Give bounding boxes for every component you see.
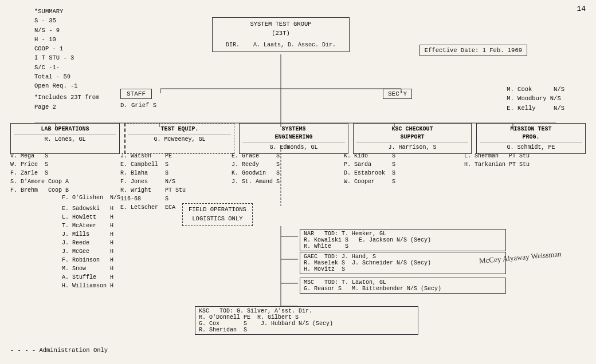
org-box-mission: MISSION TESTPROG. G. Schmidt, PE <box>476 123 586 154</box>
test-m3: R. Blaha S <box>120 169 186 177</box>
summary-block: *SUMMARY S - 35 N/S - 9 H - 10 COOP - 1 … <box>34 7 99 112</box>
lab-m4: S. D'Amore Coop A <box>10 177 69 186</box>
ksc-m1: K. Kido S <box>344 152 395 160</box>
gaec-m1: R. Maselek S J. Schneider N/S (Secy) <box>304 260 502 266</box>
secy-box: SEC'Y <box>383 89 412 99</box>
system-test-group-box: SYSTEM TEST GROUP (23T) DIR. A. Laats, D… <box>212 17 350 52</box>
ksc-title: KSC CHECKOUTSUPPORT <box>356 125 468 141</box>
nar-m2: R. White S <box>304 243 502 250</box>
summary-h: H - 10 <box>34 35 99 44</box>
org-box-lab: LAB OPERATIONS R. Lones, GL <box>10 123 120 154</box>
ksc-sub-m1: R. O'Donnell PE R. Gilbert S <box>199 314 414 321</box>
lab-m3: F. Zarle S <box>10 169 69 177</box>
ksc-checkout-staff: K. Kido S P. Sarda S D. Estabrook S W. C… <box>344 152 395 186</box>
lab-staff: V. Mega S W. Price S F. Zarle S S. D'Amo… <box>10 152 69 195</box>
summary-itstu: I T STU - 3 <box>34 53 99 62</box>
secy-names: M. Cook N/S M. Woodbury N/S E. Kelly N/S <box>507 85 564 113</box>
test-title: TEST EQUIP. <box>128 125 231 133</box>
ksc-sub-m2: G. Cox S J. Hubbard N/S (Secy) <box>199 321 414 327</box>
stg-title: SYSTEM TEST GROUP <box>216 20 346 29</box>
miss-m1: L. Sherman PT Stu <box>464 152 530 160</box>
secy-1: M. Cook N/S <box>507 85 564 94</box>
summary-title: *SUMMARY <box>34 7 99 16</box>
hs5: J. Reede H <box>62 239 120 247</box>
test-m4: F. Jones N/S <box>120 177 186 186</box>
hs3: T. McAteer H <box>62 221 120 230</box>
stg-subtitle: (23T) <box>216 29 346 38</box>
stg-dir-name: A. Laats, D. Assoc. Dir. <box>253 42 336 48</box>
org-chart-page: { "page": { "number": "14", "summary": {… <box>0 0 596 364</box>
hs10: H. Williamson H <box>62 282 120 290</box>
field-ops-box: FIELD OPERATIONS LOGISTICS ONLY <box>182 203 253 226</box>
summary-ns: N/S - 9 <box>34 26 99 35</box>
staff-box: STAFF <box>120 89 152 99</box>
h-staff: E. Sadowski H L. Howlett H T. McAteer H … <box>62 204 120 290</box>
msc-box: MSC TOD: T. Lawton, GL G. Reasor S M. Bi… <box>300 278 506 294</box>
lab-m5: F. Brehm Coop B <box>10 186 69 195</box>
org-boxes-row: LAB OPERATIONS R. Lones, GL TEST EQUIP. … <box>10 123 586 154</box>
ksc-sub-m3: R. Sheridan S <box>199 327 414 333</box>
systems-title: SYSTEMSENGINEERING <box>242 125 345 141</box>
field-ops-title: FIELD OPERATIONS <box>189 205 246 215</box>
gaec-box: GAEC TOD: J. Hand, S R. Maselek S J. Sch… <box>300 252 506 274</box>
org-box-test: TEST EQUIP. G. McWeeney, GL <box>124 123 234 154</box>
mission-gl: G. Schmidt, PE <box>480 143 582 152</box>
lab-m2: W. Price S <box>10 160 69 169</box>
gaec-header: GAEC TOD: J. Hand, S <box>304 254 502 260</box>
msc-m1: G. Reasor S M. Bittenbender N/S (Secy) <box>304 286 502 292</box>
sys-m3: K. Goodwin S <box>232 169 280 177</box>
test-staff: J. Watson PE E. Campbell S R. Blaha S F.… <box>120 152 186 212</box>
ksc-sub-box: KSC TOD: G. Silver, A'sst. Dir. R. O'Don… <box>195 306 418 335</box>
lab-m1: V. Mega S <box>10 152 69 160</box>
hs6: J. McGee H <box>62 247 120 256</box>
msc-header: MSC TOD: T. Lawton, GL <box>304 279 502 286</box>
effective-date: Effective Date: 1 Feb. 1969 <box>419 45 527 56</box>
gaec-m2: H. Movitz S <box>304 266 502 272</box>
hs2: L. Howlett H <box>62 213 120 221</box>
hs1: E. Sadowski H <box>62 204 120 213</box>
ksc-sub-header: KSC TOD: G. Silver, A'sst. Dir. <box>199 308 414 314</box>
test-m2: E. Campbell S <box>120 160 186 169</box>
summary-total: Total - 59 <box>34 72 99 81</box>
test-m7: E. Letscher ECA <box>120 203 186 212</box>
hs7: F. Robinson H <box>62 256 120 264</box>
ksc-m2: P. Sarda S <box>344 160 395 169</box>
summary-s: S - 35 <box>34 16 99 25</box>
hs9: A. Stuffle H <box>62 273 120 282</box>
hs4: J. Mills H <box>62 230 120 239</box>
ksc-gl: J. Harrison, S <box>356 143 468 152</box>
systems-gl: G. Edmonds, GL <box>242 143 345 152</box>
lab-title: LAB OPERATIONS <box>14 125 116 133</box>
nar-box: NAR TOD: T. Hemker, GL R. Kowalski S E. … <box>300 229 506 251</box>
summary-note: *Includes 23T fromPage 2 <box>34 93 99 112</box>
sys-m4: J. St. Amand S <box>232 177 280 186</box>
admin-legend: - - - - Administration Only <box>10 347 108 354</box>
test-gl: G. McWeeney, GL <box>128 134 231 144</box>
secy-3: E. Kelly N/S <box>507 104 564 113</box>
summary-sc: S/C -1- <box>34 63 99 72</box>
mission-title: MISSION TESTPROG. <box>480 125 582 141</box>
stg-dir: DIR. A. Laats, D. Assoc. Dir. <box>216 41 346 49</box>
mission-staff: L. Sherman PT Stu H. Tarkanian PT Stu <box>464 152 530 169</box>
field-ops-subtitle: LOGISTICS ONLY <box>189 215 246 224</box>
systems-staff: E. Grace S J. Reedy S K. Goodwin S J. St… <box>232 152 280 186</box>
oglishen: F. O'Glishen N/S <box>62 193 120 202</box>
test-m5: R. Wright PT Stu <box>120 186 186 195</box>
page-number: 14 <box>577 5 586 13</box>
nar-m1: R. Kowalski S E. Jackson N/S (Secy) <box>304 237 502 243</box>
stg-dir-label: DIR. <box>226 42 240 48</box>
summary-open: Open Req. -1 <box>34 81 99 90</box>
ksc-m4: W. Cooper S <box>344 177 395 186</box>
org-box-ksc: KSC CHECKOUTSUPPORT J. Harrison, S <box>353 123 472 154</box>
secy-2: M. Woodbury N/S <box>507 94 564 103</box>
lab-gl: R. Lones, GL <box>14 134 116 144</box>
miss-m2: H. Tarkanian PT Stu <box>464 160 530 169</box>
sys-m2: J. Reedy S <box>232 160 280 169</box>
test-m1: J. Watson PE <box>120 152 186 160</box>
ksc-m3: D. Estabrook S <box>344 169 395 177</box>
org-box-systems: SYSTEMSENGINEERING G. Edmonds, GL <box>239 123 348 154</box>
sys-m1: E. Grace S <box>232 152 280 160</box>
test-m6: 116-68 S <box>120 195 186 203</box>
staff-member: D. Grief S <box>120 102 156 109</box>
nar-header: NAR TOD: T. Hemker, GL <box>304 231 502 237</box>
